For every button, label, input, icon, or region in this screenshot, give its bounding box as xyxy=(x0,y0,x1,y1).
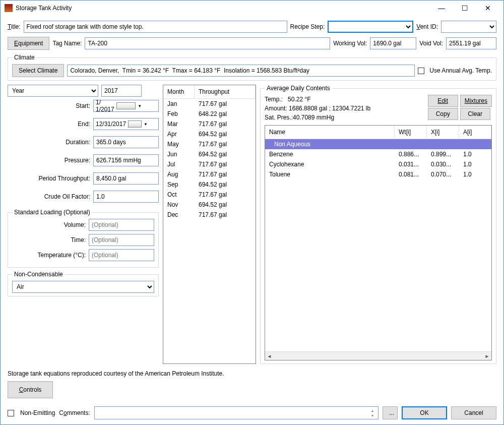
window-title: Storage Tank Activity xyxy=(16,5,430,12)
name-cell: Cyclohexane xyxy=(265,159,395,169)
x-column-header[interactable]: X[i] xyxy=(427,126,459,139)
duration-input[interactable] xyxy=(93,136,159,148)
standard-loading-legend: Standard Loading (Optional) xyxy=(12,209,92,216)
table-row[interactable]: Oct717.67 gal xyxy=(163,190,256,200)
month-cell: Jul xyxy=(163,159,195,169)
cancel-button[interactable]: Cancel xyxy=(451,406,496,419)
month-cell: Jun xyxy=(163,149,195,159)
table-row[interactable]: Aug717.67 gal xyxy=(163,169,256,179)
month-cell: Aug xyxy=(163,169,195,179)
pressure-input[interactable] xyxy=(93,154,159,166)
void-vol-label: Void Vol: xyxy=(419,40,443,47)
table-row[interactable]: Jun694.52 gal xyxy=(163,149,256,159)
period-throughput-label: Period Throughput: xyxy=(38,175,90,182)
non-emitting-checkbox[interactable] xyxy=(8,410,14,416)
controls-button[interactable]: Controls xyxy=(8,381,53,398)
table-row[interactable]: Benzene0.886...0.899...1.0 xyxy=(265,149,491,159)
standard-loading-group: Standard Loading (Optional) Volume: Time… xyxy=(8,209,159,268)
a-cell: 1.0 xyxy=(459,159,491,169)
copy-button[interactable]: Copy xyxy=(428,108,458,120)
select-climate-button[interactable]: Select Climate xyxy=(12,64,64,77)
vent-id-label: Vent ID: xyxy=(416,23,438,30)
horizontal-scrollbar[interactable]: ◄ ► xyxy=(265,351,491,360)
month-cell: Apr xyxy=(163,129,195,139)
x-cell: 0.030... xyxy=(427,159,459,169)
contents-table: Name Wt[i] X[i] A[i] Non AqueousBenzene0… xyxy=(265,125,492,360)
wt-column-header[interactable]: Wt[i] xyxy=(395,126,427,139)
close-button[interactable]: ✕ xyxy=(476,1,499,16)
table-row[interactable]: Apr694.52 gal xyxy=(163,129,256,139)
scroll-right-icon[interactable]: ► xyxy=(483,352,491,360)
spin-down-icon[interactable]: ▼ xyxy=(369,413,376,418)
throughput-column-header[interactable]: Throughput xyxy=(195,85,256,99)
table-row[interactable]: Toluene0.081...0.070...1.0 xyxy=(265,169,491,179)
throughput-cell: 717.67 gal xyxy=(195,159,256,169)
start-date-input[interactable]: 1/ 1/2017 ▼ xyxy=(93,100,159,112)
std-temp-label: Temperature (°C): xyxy=(38,252,86,259)
crude-oil-factor-input[interactable] xyxy=(93,191,159,203)
name-cell: Non Aqueous xyxy=(265,139,395,149)
climate-legend: Climate xyxy=(12,54,37,61)
use-annual-avg-label: Use Annual Avg. Temp. xyxy=(429,67,492,74)
table-row[interactable]: Jul717.67 gal xyxy=(163,159,256,169)
throughput-cell: 717.67 gal xyxy=(195,210,256,220)
table-row[interactable]: Nov694.52 gal xyxy=(163,200,256,210)
table-row[interactable]: Dec717.67 gal xyxy=(163,210,256,220)
end-date-input[interactable]: 12/31/2017 ▼ xyxy=(93,118,159,130)
use-annual-avg-checkbox[interactable] xyxy=(418,68,424,74)
ok-button[interactable]: OK xyxy=(402,406,447,419)
equipment-button[interactable]: Equipment xyxy=(8,37,49,50)
table-row[interactable]: Cyclohexane0.031...0.030...1.0 xyxy=(265,159,491,169)
month-cell: Sep xyxy=(163,179,195,190)
table-row[interactable]: Non Aqueous xyxy=(265,139,491,149)
non-condensable-select[interactable]: Air xyxy=(12,281,154,293)
name-column-header[interactable]: Name xyxy=(265,126,395,139)
month-cell: Oct xyxy=(163,190,195,200)
vent-id-select[interactable] xyxy=(441,21,496,33)
throughput-cell: 694.52 gal xyxy=(195,200,256,210)
monthly-throughput-table: Month Throughput Jan717.67 galFeb648.22 … xyxy=(163,85,256,364)
minimize-button[interactable]: — xyxy=(430,1,453,16)
table-row[interactable]: Sep694.52 gal xyxy=(163,179,256,190)
std-temp-input[interactable] xyxy=(89,249,154,261)
title-input[interactable] xyxy=(24,21,287,33)
working-vol-input[interactable] xyxy=(370,37,416,49)
browse-button[interactable]: ... xyxy=(383,406,398,419)
x-cell: 0.070... xyxy=(427,169,459,179)
table-row[interactable]: Mar717.67 gal xyxy=(163,119,256,129)
wt-cell xyxy=(395,139,427,149)
scroll-left-icon[interactable]: ◄ xyxy=(265,352,274,360)
year-select[interactable]: Year xyxy=(8,85,98,97)
spin-up-icon[interactable]: ▲ xyxy=(369,408,376,413)
maximize-button[interactable]: ☐ xyxy=(453,1,476,16)
a-column-header[interactable]: A[i] xyxy=(459,126,491,139)
calendar-icon[interactable] xyxy=(116,102,136,109)
edit-button[interactable]: Edit xyxy=(428,95,458,107)
recipe-step-select[interactable] xyxy=(328,21,413,33)
clear-button[interactable]: Clear xyxy=(460,108,490,120)
std-time-input[interactable] xyxy=(89,234,154,246)
recipe-step-label: Recipe Step: xyxy=(290,23,325,30)
period-throughput-input[interactable] xyxy=(93,172,159,185)
month-cell: May xyxy=(163,139,195,149)
tag-name-input[interactable] xyxy=(85,37,330,49)
name-cell: Benzene xyxy=(265,149,395,159)
comments-input[interactable]: ▲ ▼ xyxy=(94,406,379,419)
chevron-down-icon[interactable]: ▼ xyxy=(144,122,156,127)
mixtures-button[interactable]: Mixtures xyxy=(460,95,492,107)
table-row[interactable]: May717.67 gal xyxy=(163,139,256,149)
std-volume-input[interactable] xyxy=(89,219,154,231)
chevron-down-icon[interactable]: ▼ xyxy=(138,104,156,108)
non-emitting-label: Non-Emitting xyxy=(20,409,55,416)
table-row[interactable]: Feb648.22 gal xyxy=(163,109,256,119)
titlebar: Storage Tank Activity — ☐ ✕ xyxy=(1,1,503,16)
table-row[interactable]: Jan717.67 gal xyxy=(163,99,256,109)
calendar-icon[interactable] xyxy=(128,120,142,128)
void-vol-input[interactable] xyxy=(446,37,496,49)
climate-group: Climate Select Climate Use Annual Avg. T… xyxy=(8,54,496,81)
month-column-header[interactable]: Month xyxy=(163,85,195,99)
year-input[interactable] xyxy=(101,85,142,97)
non-condensable-group: Non-Condensable Air xyxy=(8,271,159,296)
a-cell xyxy=(459,139,491,149)
a-cell: 1.0 xyxy=(459,149,491,159)
